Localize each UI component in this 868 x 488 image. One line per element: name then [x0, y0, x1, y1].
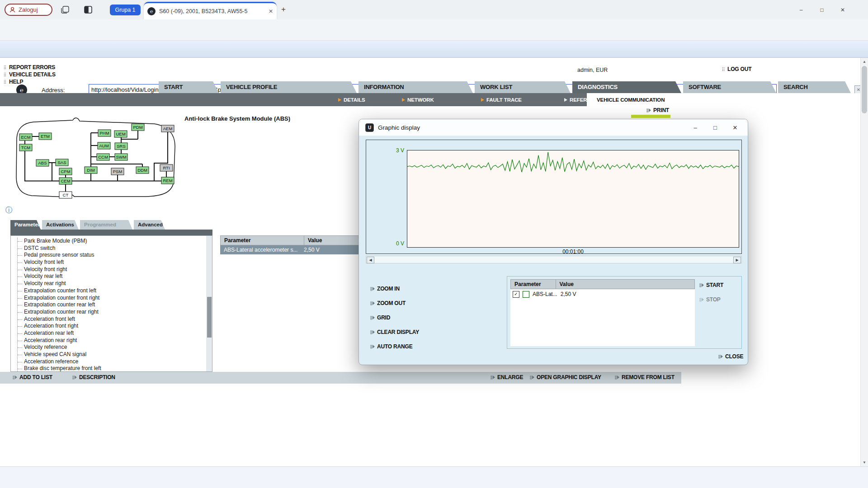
module-label: CEM [61, 178, 70, 183]
module-label: PHM [99, 131, 109, 136]
dialog-action-button[interactable]: CLEAR DISPLAY [370, 329, 419, 335]
module-label: UEM [116, 131, 125, 136]
split-screen-icon[interactable] [84, 6, 92, 14]
tree-item[interactable]: DSTC switch [18, 245, 212, 252]
main-tab[interactable]: VEHICLE PROFILE [221, 81, 357, 93]
action-button[interactable]: OPEN GRAPHIC DISPLAY [530, 374, 601, 380]
column-parameter[interactable]: Parameter [221, 236, 304, 245]
info-icon[interactable]: ⓘ [5, 206, 13, 215]
action-button[interactable]: ENLARGE [491, 374, 523, 380]
window-maximize-button[interactable]: □ [811, 0, 832, 19]
menu-item[interactable]: VEHICLE DETAILS [4, 71, 56, 78]
main-tab[interactable]: WORK LIST [475, 81, 571, 93]
action-arrow-icon [370, 330, 375, 334]
tree-item[interactable]: Vehicle speed CAN signal [18, 351, 212, 358]
tree-item[interactable]: Park Brake Module (PBM) [18, 238, 212, 245]
tab-stack-icon[interactable] [61, 6, 70, 14]
action-arrow-icon [699, 298, 704, 302]
dialog-minimize-button[interactable]: – [685, 119, 705, 136]
subnav-item[interactable]: FAULT TRACE [481, 93, 522, 106]
tree-item[interactable]: Velocity rear right [18, 280, 212, 287]
parameter-tab[interactable]: Programmed values [80, 220, 132, 230]
start-button[interactable]: START [699, 282, 723, 288]
subnav-item[interactable]: NETWORK [402, 93, 434, 106]
dialog-close-icon[interactable]: ✕ [725, 119, 745, 136]
tree-item[interactable]: Extrapolation counter front right [18, 295, 212, 302]
main-tab[interactable]: INFORMATION [359, 81, 473, 93]
tree-item[interactable]: Acceleration rear right [18, 337, 212, 344]
profile-label: Zaloguj [19, 6, 38, 13]
tree-scrollbar-thumb[interactable] [207, 297, 212, 338]
tree-item[interactable]: Brake disc temperature front left [18, 365, 212, 372]
dialog-maximize-button[interactable]: □ [705, 119, 725, 136]
dialog-action-button[interactable]: AUTO RANGE [370, 343, 412, 350]
dialog-title: Graphic display [378, 124, 420, 131]
tree-item[interactable]: Acceleration reference [18, 358, 212, 366]
browser-tab[interactable]: ℮ S60 (-09), 2001, B5234T3, AW55-5 ✕ [144, 2, 277, 19]
action-button[interactable]: REMOVE FROM LIST [615, 374, 675, 380]
subnav-bar: DETAILSNETWORKFAULT TRACEREFERENCE INFOR… [0, 93, 860, 106]
table-row[interactable]: ✓ ABS-Lat... 2,50 V [510, 289, 695, 299]
module-label: PSM [113, 169, 123, 174]
column-parameter[interactable]: Parameter [511, 280, 556, 289]
extension-address-row: ℮ Address: http://localhost/Vida/Login.d… [0, 41, 868, 58]
main-tab[interactable]: SEARCH [778, 81, 851, 93]
parameter-tree: Park Brake Module (PBM)DSTC switchPedal … [17, 238, 212, 372]
action-arrow-icon [72, 375, 77, 380]
dialog-action-button[interactable]: ZOOM OUT [370, 300, 406, 306]
tree-item[interactable]: Extrapolation counter front left [18, 287, 212, 295]
main-tab[interactable]: START [159, 81, 219, 93]
tree-item[interactable]: Velocity rear left [18, 273, 212, 280]
main-tab[interactable]: SOFTWARE [683, 81, 776, 93]
table-row[interactable]: ABS-Lateral accelerometer s... 2,50 V [220, 245, 372, 254]
subnav-arrow-icon [402, 98, 405, 102]
status-indicator-bar [631, 115, 670, 118]
scroll-right-icon[interactable]: ▶ [733, 257, 741, 263]
y-max-label: 3 V [388, 147, 404, 154]
chart-horizontal-scrollbar[interactable]: ◀ ▶ [366, 256, 742, 263]
action-button[interactable]: DESCRIPTION [72, 374, 115, 380]
dialog-action-button[interactable]: GRID [370, 314, 390, 321]
tree-item[interactable]: Acceleration front right [18, 323, 212, 330]
parameter-tab[interactable]: Parameters [10, 220, 41, 230]
tree-item[interactable]: Velocity front left [18, 259, 212, 266]
menu-item[interactable]: REPORT ERRORS [4, 64, 56, 71]
page-scrollbar[interactable]: ▲ ▼ [860, 58, 868, 466]
close-button[interactable]: CLOSE [718, 353, 743, 360]
parameter-tab[interactable]: Advanced [134, 220, 165, 230]
column-value[interactable]: Value [556, 280, 694, 289]
tree-scrollbar[interactable] [206, 236, 212, 371]
profile-button[interactable]: Zaloguj [5, 4, 52, 16]
main-tab[interactable]: DIAGNOSTICS [572, 81, 681, 93]
action-arrow-icon [491, 375, 495, 380]
tab-close-icon[interactable]: ✕ [269, 8, 273, 14]
action-arrow-icon [718, 355, 723, 359]
scroll-left-icon[interactable]: ◀ [367, 257, 374, 263]
print-arrow-icon [646, 108, 651, 113]
scroll-up-icon[interactable]: ▲ [861, 58, 868, 66]
tree-item[interactable]: Pedal pressure sensor status [18, 252, 212, 259]
window-close-button[interactable]: ✕ [832, 0, 853, 19]
parameter-tab[interactable]: Activations [42, 220, 79, 230]
tree-item[interactable]: Extrapolation counter rear right [18, 309, 212, 316]
dialog-action-button[interactable]: ZOOM IN [370, 286, 400, 292]
tree-item[interactable]: Velocity front right [18, 266, 212, 273]
tree-item[interactable]: Extrapolation counter rear left [18, 301, 212, 309]
tree-item[interactable]: Velocity reference [18, 344, 212, 351]
window-minimize-button[interactable]: – [791, 0, 811, 19]
page-scrollbar-thumb[interactable] [862, 66, 867, 113]
module-boxes[interactable]: ECMETMTCMABSSASCPMCEMCTDIMPHMAUMCCMUEMSR… [19, 124, 174, 198]
scroll-down-icon[interactable]: ▼ [861, 459, 868, 466]
tree-item[interactable]: Acceleration front left [18, 316, 212, 323]
new-tab-button[interactable]: + [281, 5, 286, 14]
action-button[interactable]: ADD TO LIST [13, 374, 52, 380]
tree-item[interactable]: Acceleration rear left [18, 330, 212, 337]
print-button[interactable]: PRINT [646, 107, 669, 113]
tab-group-label[interactable]: Grupa 1 [110, 5, 141, 15]
logout-button[interactable]: LOG OUT [722, 66, 751, 72]
checkbox-checked[interactable]: ✓ [513, 291, 519, 298]
subnav-item[interactable]: DETAILS [338, 93, 365, 106]
person-icon [9, 6, 16, 13]
car-outline [16, 118, 175, 197]
menu-item[interactable]: HELP [4, 78, 56, 85]
